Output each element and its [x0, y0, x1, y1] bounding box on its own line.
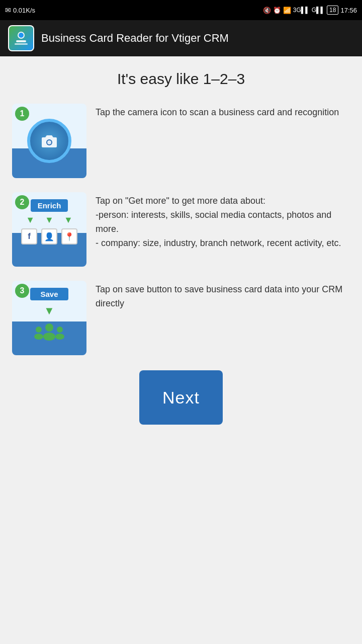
next-button[interactable]: Next: [139, 370, 223, 425]
step-1-number: 1: [15, 107, 29, 121]
status-left: ✉ 0.01K/s: [5, 6, 35, 14]
svg-point-11: [55, 334, 64, 340]
wifi-icon: 📶: [283, 7, 291, 14]
alarm-icon: ⏰: [273, 7, 281, 14]
svg-point-1: [19, 33, 24, 38]
svg-point-6: [45, 324, 53, 332]
status-right: 🔇 ⏰ 📶 3G▌▌ G▌▌ 18 17:56: [263, 6, 357, 15]
step-3: 3 Save ▼: [12, 281, 350, 355]
app-icon: [8, 25, 34, 51]
facebook-icon: f: [28, 231, 31, 242]
svg-point-8: [36, 327, 42, 333]
location-icon-box: 📍: [61, 228, 77, 245]
status-bar: ✉ 0.01K/s 🔇 ⏰ 📶 3G▌▌ G▌▌ 18 17:56: [0, 0, 362, 20]
save-people-icon: [32, 321, 67, 354]
enrich-label: Enrich: [31, 199, 68, 212]
svg-rect-3: [15, 43, 28, 45]
svg-point-9: [34, 334, 43, 340]
enrich-arrows: ▼ ▼ ▼: [26, 215, 72, 225]
app-icon-inner: [9, 26, 33, 50]
contact-icon-box: 👤: [41, 228, 57, 245]
step-2-number: 2: [15, 195, 29, 209]
next-button-wrapper: Next: [12, 370, 350, 425]
step-2: 2 Enrich ▼ ▼ ▼ f 👤 📍: [12, 192, 350, 267]
location-icon: 📍: [64, 232, 74, 242]
step-1-image: 1: [12, 104, 86, 178]
clock: 17:56: [340, 7, 357, 14]
contact-icon: 👤: [44, 232, 54, 242]
svg-rect-2: [16, 40, 26, 42]
network-speed: 0.01K/s: [13, 7, 35, 14]
step-3-number: 3: [15, 284, 29, 298]
step-3-image: 3 Save ▼: [12, 281, 86, 355]
step-2-image: 2 Enrich ▼ ▼ ▼ f 👤 📍: [12, 192, 86, 267]
step-3-text: Tap on save button to save business card…: [96, 281, 350, 311]
enrich-icons: f 👤 📍: [21, 228, 77, 245]
gmail-icon: ✉: [5, 6, 11, 14]
app-bar: Business Card Reader for Vtiger CRM: [0, 20, 362, 56]
mute-icon: 🔇: [263, 7, 271, 14]
step-1: 1 Tap the camera icon to scan a business…: [12, 104, 350, 178]
signal-icon2: G▌▌: [312, 7, 325, 14]
facebook-icon-box: f: [21, 228, 37, 245]
svg-point-10: [57, 327, 63, 333]
arrow-1: ▼: [26, 215, 35, 225]
page-title: It's easy like 1–2–3: [12, 70, 350, 88]
battery-icon: 18: [327, 6, 338, 15]
step-1-text: Tap the camera icon to scan a business c…: [96, 104, 350, 120]
step-2-text: Tap on "Get more" to get more data about…: [96, 192, 350, 251]
app-title: Business Card Reader for Vtiger CRM: [41, 32, 229, 45]
signal-icon: 3G▌▌: [293, 7, 310, 14]
arrow-2: ▼: [45, 215, 54, 225]
save-arrow: ▼: [44, 304, 55, 317]
arrow-3: ▼: [64, 215, 73, 225]
main-content: It's easy like 1–2–3 1 Tap the camera ic…: [0, 56, 362, 459]
svg-point-7: [43, 333, 55, 341]
svg-point-5: [47, 140, 51, 144]
camera-circle: [27, 119, 71, 163]
save-label: Save: [30, 288, 68, 300]
